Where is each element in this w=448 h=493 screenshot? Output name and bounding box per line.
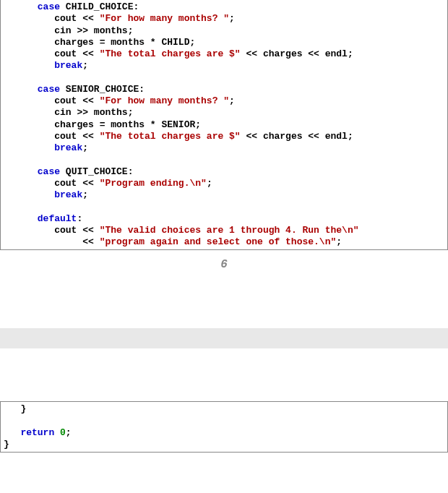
code-block-1: case CHILD_CHOICE: cout << "For how many… bbox=[0, 0, 448, 250]
code-content-2: } return 0;} bbox=[1, 402, 447, 452]
code-line: cout << "The total charges are $" << cha… bbox=[4, 131, 444, 142]
code-line: cout << "Program ending.\n"; bbox=[4, 178, 444, 189]
spacer bbox=[0, 348, 448, 401]
code-line: break; bbox=[4, 189, 444, 201]
code-line: cin >> months; bbox=[4, 107, 444, 119]
spacer bbox=[0, 279, 448, 328]
code-line: cout << "The valid choices are 1 through… bbox=[4, 225, 444, 236]
code-line: charges = months * CHILD; bbox=[4, 37, 444, 48]
code-line: case SENIOR_CHOICE: bbox=[4, 84, 444, 95]
code-line bbox=[4, 416, 444, 427]
page-number: 6 bbox=[0, 250, 448, 279]
code-line: cout << "For how many months? "; bbox=[4, 13, 444, 25]
code-line: charges = months * SENIOR; bbox=[4, 119, 444, 131]
gray-band bbox=[0, 328, 448, 348]
code-line bbox=[4, 154, 444, 166]
code-line: << "program again and select one of thos… bbox=[4, 236, 444, 248]
code-line: } bbox=[4, 403, 444, 415]
code-line: break; bbox=[4, 142, 444, 154]
code-line: case QUIT_CHOICE: bbox=[4, 166, 444, 178]
code-line bbox=[4, 201, 444, 213]
code-line bbox=[4, 72, 444, 84]
code-line: } bbox=[4, 439, 444, 450]
code-line: return 0; bbox=[4, 427, 444, 439]
code-content-1: case CHILD_CHOICE: cout << "For how many… bbox=[1, 0, 447, 249]
code-line: cin >> months; bbox=[4, 25, 444, 37]
code-block-2: } return 0;} bbox=[0, 401, 448, 453]
code-line: default: bbox=[4, 213, 444, 225]
code-line: break; bbox=[4, 60, 444, 72]
code-line: cout << "The total charges are $" << cha… bbox=[4, 48, 444, 60]
code-line: cout << "For how many months? "; bbox=[4, 95, 444, 107]
code-line: case CHILD_CHOICE: bbox=[4, 1, 444, 13]
